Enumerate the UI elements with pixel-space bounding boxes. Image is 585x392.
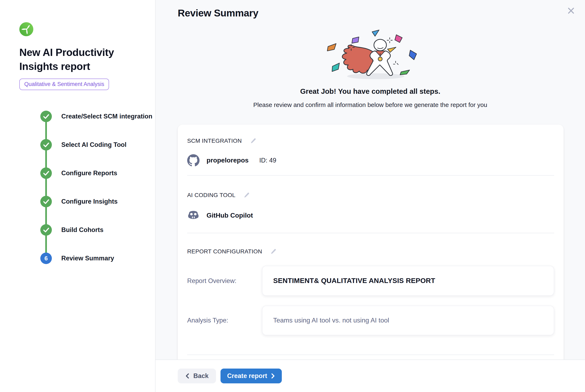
scm-integration-section-header: SCM INTEGRATION xyxy=(187,136,554,145)
review-summary-panel: Review Summary xyxy=(156,0,585,392)
analysis-type-label: Analysis Type: xyxy=(187,317,262,324)
scm-integration-name: propelorepos xyxy=(206,157,248,164)
wizard-sidebar: New AI Productivity Insights report Qual… xyxy=(0,0,156,392)
pencil-icon xyxy=(250,138,256,144)
review-summary-content: Review Summary xyxy=(156,0,585,360)
close-icon[interactable] xyxy=(566,6,576,16)
step-item-build-cohorts[interactable]: Build Cohorts xyxy=(40,224,155,236)
celebration-illustration xyxy=(310,30,430,81)
step-label: Select AI Coding Tool xyxy=(61,141,126,148)
scm-integration-row: propelorepos ID: 49 xyxy=(187,154,554,167)
ai-coding-tool-name: GitHub Copilot xyxy=(206,212,253,219)
report-configuration-label: REPORT CONFIGURATION xyxy=(187,248,262,254)
step-item-scm-integration[interactable]: Create/Select SCM integration xyxy=(40,111,155,122)
step-check-icon xyxy=(40,168,52,179)
report-overview-label: Report Overview: xyxy=(187,277,262,284)
scm-integration-id: ID: 49 xyxy=(259,157,276,164)
step-label: Configure Insights xyxy=(61,198,118,205)
analysis-type-value: Teams using AI tool vs. not using AI too… xyxy=(262,306,554,335)
step-check-icon xyxy=(40,139,52,150)
ai-coding-tool-label: AI CODING TOOL xyxy=(187,192,236,198)
step-label: Build Cohorts xyxy=(61,226,104,234)
step-check-icon xyxy=(40,196,52,207)
report-overview-row: Report Overview: SENTIMENT& QUALITATIVE … xyxy=(187,266,554,296)
section-divider xyxy=(187,354,554,355)
step-item-configure-reports[interactable]: Configure Reports xyxy=(40,168,155,179)
edit-report-configuration-button[interactable] xyxy=(270,248,276,254)
pencil-icon xyxy=(244,192,250,198)
step-label: Configure Reports xyxy=(61,170,117,177)
copilot-icon xyxy=(187,209,200,222)
report-wizard-modal: New AI Productivity Insights report Qual… xyxy=(0,0,585,392)
hero-subtitle: Please review and confirm all informatio… xyxy=(156,100,585,110)
github-icon xyxy=(187,154,200,166)
step-item-configure-insights[interactable]: Configure Insights xyxy=(40,196,155,207)
analysis-type-row: Analysis Type: Teams using AI tool vs. n… xyxy=(187,306,554,335)
step-label: Review Summary xyxy=(61,254,114,262)
report-configuration-section-header: REPORT CONFIGURATION xyxy=(187,247,554,256)
step-label: Create/Select SCM integration xyxy=(61,113,152,120)
pencil-icon xyxy=(270,248,276,254)
edit-ai-coding-tool-button[interactable] xyxy=(244,192,250,198)
wizard-title: New AI Productivity Insights report xyxy=(19,45,140,73)
report-overview-value: SENTIMENT& QUALITATIVE ANALYSIS REPORT xyxy=(262,266,554,296)
back-button-label: Back xyxy=(193,372,208,380)
hero-title: Great Job! You have completed all steps. xyxy=(156,86,585,97)
back-button[interactable]: Back xyxy=(178,368,216,383)
chevron-right-icon xyxy=(271,373,276,379)
step-check-icon xyxy=(40,111,52,122)
ai-coding-tool-section-header: AI CODING TOOL xyxy=(187,191,554,199)
step-list: Create/Select SCM integration Select AI … xyxy=(19,111,155,264)
create-report-button[interactable]: Create report xyxy=(220,368,282,383)
chevron-left-icon xyxy=(185,373,189,379)
ai-coding-tool-row: GitHub Copilot xyxy=(187,209,554,222)
summary-card: SCM INTEGRATION propelorepos ID: 49 AI C… xyxy=(178,125,564,360)
edit-scm-integration-button[interactable] xyxy=(250,138,256,144)
hero-section: Great Job! You have completed all steps.… xyxy=(156,30,585,110)
step-number-badge: 6 xyxy=(40,252,52,264)
propelo-logo-icon xyxy=(19,22,33,36)
section-divider xyxy=(187,233,554,233)
step-item-review-summary[interactable]: 6 Review Summary xyxy=(40,252,155,264)
wizard-footer: Back Create report xyxy=(156,360,585,392)
step-check-icon xyxy=(40,224,52,236)
step-connector-line xyxy=(45,116,47,258)
section-divider xyxy=(187,175,554,176)
report-type-badge: Qualitative & Sentiment Analysis xyxy=(19,78,109,90)
page-title: Review Summary xyxy=(178,8,585,19)
step-item-ai-coding-tool[interactable]: Select AI Coding Tool xyxy=(40,139,155,150)
scm-integration-label: SCM INTEGRATION xyxy=(187,138,242,144)
create-report-button-label: Create report xyxy=(227,372,267,380)
